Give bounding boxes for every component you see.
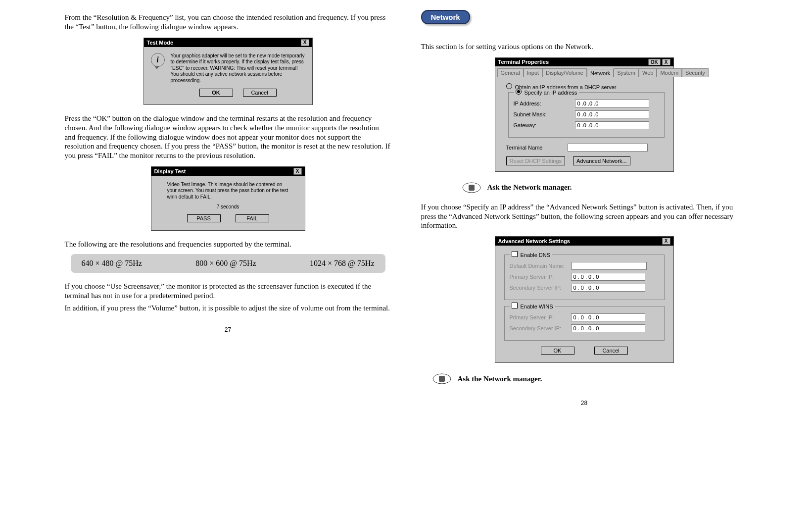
display-test-titlebar: Display Test X <box>151 167 305 176</box>
phone-hands-icon <box>431 372 453 386</box>
page-number: 28 <box>421 400 748 407</box>
subnet-mask-field[interactable]: 0 .0 .0 .0 <box>575 110 649 118</box>
cancel-button[interactable]: Cancel <box>243 89 277 97</box>
tip-row-1: Ask the Network manager. <box>461 181 748 195</box>
test-mode-text: Your graphics adapter will be set to the… <box>171 53 305 84</box>
reset-dhcp-button[interactable]: Reset DHCP Settings <box>506 156 566 165</box>
enable-dns-checkbox[interactable]: Enable DNS <box>510 251 553 258</box>
tab-general[interactable]: General <box>497 68 524 77</box>
advanced-network-title: Advanced Network Settings <box>498 238 570 244</box>
terminal-properties-dialog: Terminal Properties OK X General Input D… <box>495 57 674 172</box>
page-28: Network This section is for setting vari… <box>421 10 748 407</box>
advanced-network-body: Enable DNS Default Domain Name: Primary … <box>495 246 673 362</box>
dns-secondary-field[interactable]: 0 . 0 . 0 . 0 <box>571 284 645 292</box>
fail-button[interactable]: FAIL <box>236 214 269 222</box>
advanced-network-dialog: Advanced Network Settings X Enable DNS D… <box>495 236 674 363</box>
subnet-mask-label: Subnet Mask: <box>514 111 568 117</box>
ok-button[interactable]: OK <box>199 89 233 97</box>
ip-address-label: IP Address: <box>514 101 568 106</box>
phone-hands-icon <box>461 181 482 195</box>
default-domain-name-field[interactable] <box>572 262 647 270</box>
test-mode-title: Test Mode <box>147 40 174 46</box>
tab-modem[interactable]: Modem <box>657 68 682 77</box>
dns-primary-field[interactable]: 0 . 0 . 0 . 0 <box>571 273 645 281</box>
network-tab-page: Obtain an IP address from a DHCP server … <box>495 77 673 171</box>
wins-primary-field[interactable]: 0 . 0 . 0 . 0 <box>571 313 645 321</box>
res-3: 1024 × 768 @ 75Hz <box>310 259 374 268</box>
cancel-button[interactable]: Cancel <box>594 347 628 355</box>
terminal-name-label: Terminal Name <box>506 145 561 151</box>
resolution-band: 640 × 480 @ 75Hz 800 × 600 @ 75Hz 1024 ×… <box>71 254 385 273</box>
display-test-dialog: Display Test X Video Test Image. This im… <box>151 166 305 231</box>
terminal-name-field[interactable] <box>568 144 648 152</box>
test-mode-dialog: Test Mode X i Your graphics adapter will… <box>143 38 313 105</box>
tab-network[interactable]: Network <box>587 69 614 77</box>
radio-specify-ip[interactable]: Specify an IP address <box>514 89 579 96</box>
display-test-title: Display Test <box>154 168 186 174</box>
close-icon[interactable]: X <box>301 39 309 46</box>
gateway-field[interactable]: 0 .0 .0 .0 <box>575 121 649 129</box>
network-intro: This section is for setting various opti… <box>421 42 748 51</box>
gateway-label: Gateway: <box>514 122 568 128</box>
test-mode-body: i Your graphics adapter will be set to t… <box>144 47 312 105</box>
tip-text-2: Ask the Network manager. <box>458 375 542 383</box>
tab-system[interactable]: System <box>614 68 639 77</box>
tab-web[interactable]: Web <box>639 68 657 77</box>
default-domain-name-label: Default Domain Name: <box>510 263 565 269</box>
display-test-body: Video Test Image. This image should be c… <box>151 176 305 231</box>
res-1: 640 × 480 @ 75Hz <box>82 259 142 268</box>
enable-wins-checkbox[interactable]: Enable WINS <box>510 303 555 309</box>
advanced-network-button[interactable]: Advanced Network... <box>573 156 630 165</box>
wins-primary-label: Primary Server IP: <box>510 314 564 320</box>
countdown-label: 7 seconds <box>158 204 298 209</box>
ok-titlebar-button[interactable]: OK <box>648 59 661 65</box>
pass-button[interactable]: PASS <box>187 214 221 222</box>
intro-text-2: Press the “OK” button on the dialogue wi… <box>65 114 391 160</box>
display-test-text: Video Test Image. This image should be c… <box>167 182 289 201</box>
tip-text-1: Ask the Network manager. <box>487 183 572 192</box>
info-icon: i <box>151 53 165 67</box>
volume-text: In addition, if you press the “Volume” b… <box>65 304 391 313</box>
ok-button[interactable]: OK <box>541 347 574 355</box>
network-heading-badge: Network <box>421 10 470 24</box>
intro-text-1: From the “Resolution & Frequency” list, … <box>65 13 391 32</box>
terminal-properties-titlebar: Terminal Properties OK X <box>495 58 673 66</box>
tab-security[interactable]: Security <box>682 68 709 77</box>
screensaver-text: If you choose “Use Screensaver,” the mon… <box>65 282 391 301</box>
resolutions-intro: The following are the resolutions and fr… <box>65 240 391 249</box>
test-mode-titlebar: Test Mode X <box>144 38 312 47</box>
wins-secondary-field[interactable]: 0 . 0 . 0 . 0 <box>571 324 645 332</box>
ip-address-field[interactable]: 0 .0 .0 .0 <box>575 100 649 107</box>
advanced-network-titlebar: Advanced Network Settings X <box>495 237 673 246</box>
tip-row-2: Ask the Network manager. <box>431 372 748 386</box>
close-icon[interactable]: X <box>662 59 670 65</box>
wins-secondary-label: Secondary Server IP: <box>510 325 564 331</box>
tab-display-volume[interactable]: Display/Volume <box>542 68 587 77</box>
tab-input[interactable]: Input <box>524 68 542 77</box>
dns-primary-label: Primary Server IP: <box>510 274 564 280</box>
close-icon[interactable]: X <box>293 168 302 175</box>
tab-row: General Input Display/Volume Network Sys… <box>495 66 673 77</box>
svg-rect-3 <box>439 376 445 382</box>
page-number: 27 <box>65 326 391 333</box>
advanced-network-intro: If you choose “Specify an IP address” th… <box>421 203 748 230</box>
terminal-properties-title: Terminal Properties <box>498 59 549 65</box>
close-icon[interactable]: X <box>662 238 670 245</box>
page-27: From the “Resolution & Frequency” list, … <box>65 10 391 407</box>
res-2: 800 × 600 @ 75Hz <box>195 259 256 268</box>
dns-secondary-label: Secondary Server IP: <box>510 285 564 291</box>
svg-rect-1 <box>469 185 475 191</box>
